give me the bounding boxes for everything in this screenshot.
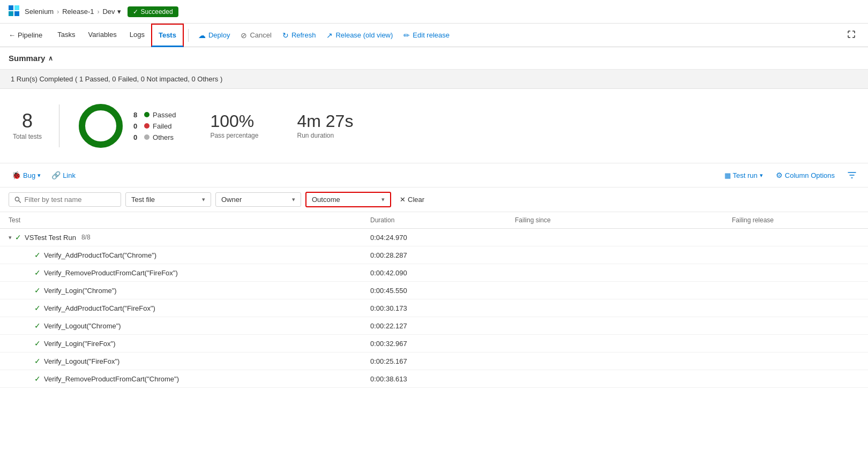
col-test: Test xyxy=(0,212,362,229)
bug-dropdown-icon: ▾ xyxy=(38,172,41,179)
donut-chart-area: 8 Passed 0 Failed 0 Others xyxy=(77,102,176,150)
back-pipeline-btn[interactable]: ← Pipeline xyxy=(9,31,47,39)
total-tests-block: 8 Total tests xyxy=(13,111,42,140)
table-row: ✓ Verify_Login("Chrome") 0:00:45.550 xyxy=(0,282,868,299)
test-check-icon: ✓ xyxy=(34,374,41,383)
svg-rect-3 xyxy=(14,11,19,16)
total-tests-label: Total tests xyxy=(13,133,42,140)
test-check-icon: ✓ xyxy=(34,357,41,365)
test-check-icon: ✓ xyxy=(34,286,41,295)
test-duration: 0:00:32.967 xyxy=(362,335,506,352)
deploy-action[interactable]: ☁ Deploy xyxy=(193,24,235,47)
test-run-dropdown[interactable]: ▦ Test run ▾ xyxy=(721,169,766,182)
failed-dot xyxy=(144,123,149,129)
table-row: ▾ ✓ VSTest Test Run 8/8 0:04:24.970 xyxy=(0,229,868,246)
info-bar: 1 Run(s) Completed ( 1 Passed, 0 Failed,… xyxy=(0,70,868,89)
tab-tasks[interactable]: Tasks xyxy=(51,24,81,47)
nav-separator xyxy=(188,29,189,42)
table-row: ✓ Verify_Logout("Chrome") 0:00:22.127 xyxy=(0,317,868,335)
test-duration: 0:00:38.613 xyxy=(362,370,506,388)
tab-variables[interactable]: Variables xyxy=(82,24,123,47)
table-row: ✓ Verify_Logout("FireFox") 0:00:25.167 xyxy=(0,352,868,370)
filter-by-name-input[interactable] xyxy=(25,196,115,204)
link-button[interactable]: 🔗 Link xyxy=(48,169,79,182)
table-row: ✓ Verify_RemoveProductFromCart("FireFox"… xyxy=(0,264,868,282)
filter-icon xyxy=(848,171,856,179)
test-file-chevron-icon: ▾ xyxy=(202,196,205,203)
succeeded-badge: ✓ Succeeded xyxy=(128,6,178,17)
test-duration: 0:00:45.550 xyxy=(362,282,506,299)
toolbar-left: 🐞 Bug ▾ 🔗 Link xyxy=(9,169,717,182)
test-run-chevron-icon: ▾ xyxy=(760,172,763,179)
table-row: ✓ Verify_RemoveProductFromCart("Chrome")… xyxy=(0,370,868,388)
edit-icon: ✏ xyxy=(403,31,410,40)
breadcrumb-selenium[interactable]: Selenium xyxy=(25,7,54,16)
test-check-icon: ✓ xyxy=(34,339,41,348)
owner-select[interactable]: Owner ▾ xyxy=(215,192,301,207)
table-row: ✓ Verify_Login("FireFox") 0:00:32.967 xyxy=(0,335,868,352)
legend-failed: 0 Failed xyxy=(133,122,176,130)
toolbar: 🐞 Bug ▾ 🔗 Link ▦ Test run ▾ ⚙ Column Opt… xyxy=(0,163,868,187)
release-old-view-action[interactable]: ↗ Release (old view) xyxy=(321,24,398,47)
outcome-select[interactable]: Outcome ▾ xyxy=(305,192,391,207)
test-name-cell: ✓ Verify_Logout("Chrome") xyxy=(9,321,353,330)
refresh-action[interactable]: ↻ Refresh xyxy=(277,24,321,47)
expand-button[interactable] xyxy=(843,28,859,42)
back-arrow-icon: ← xyxy=(9,31,16,39)
test-results-table: Test Duration Failing since Failing rele… xyxy=(0,212,868,388)
test-run-icon: ▦ xyxy=(724,171,731,179)
svg-line-7 xyxy=(19,200,21,202)
clear-button[interactable]: ✕ Clear xyxy=(395,193,429,206)
test-name-cell: ✓ Verify_AddProductToCart("Chrome") xyxy=(9,251,353,259)
legend-passed: 8 Passed xyxy=(133,111,176,119)
tab-logs[interactable]: Logs xyxy=(123,24,151,47)
group-check-icon: ✓ xyxy=(15,233,21,242)
test-check-icon: ✓ xyxy=(34,251,41,259)
refresh-icon: ↻ xyxy=(282,31,289,40)
filters-row: Test file ▾ Owner ▾ Outcome ▾ ✕ Clear xyxy=(0,187,868,212)
filter-by-name-container xyxy=(9,192,121,207)
group-failing-since xyxy=(506,229,723,246)
total-tests-count: 8 xyxy=(13,111,42,131)
test-file-select[interactable]: Test file ▾ xyxy=(125,192,211,207)
test-name-cell: ✓ Verify_Logout("FireFox") xyxy=(9,357,353,365)
stats-divider xyxy=(59,104,59,147)
col-failing-release: Failing release xyxy=(723,212,868,229)
checkmark-icon: ✓ xyxy=(133,8,138,16)
expand-group-icon[interactable]: ▾ xyxy=(9,234,12,241)
bug-icon: 🐞 xyxy=(12,171,21,179)
breadcrumb-bar: Selenium › Release-1 › Dev ▾ ✓ Succeeded xyxy=(0,0,868,24)
run-duration-block: 4m 27s Run duration xyxy=(297,112,353,139)
cancel-action[interactable]: ⊘ Cancel xyxy=(235,24,276,47)
breadcrumb-release[interactable]: Release-1 xyxy=(62,7,94,16)
cloud-icon: ☁ xyxy=(198,31,206,40)
search-icon xyxy=(14,196,21,204)
test-name-cell: ✓ Verify_Login("Chrome") xyxy=(9,286,353,295)
summary-collapse-btn[interactable]: ∧ xyxy=(48,55,53,62)
pass-percentage-label: Pass percentage xyxy=(210,132,258,139)
svg-rect-0 xyxy=(9,5,13,10)
summary-header: Summary ∧ xyxy=(0,47,868,70)
bug-button[interactable]: 🐞 Bug ▾ xyxy=(9,169,44,182)
test-duration: 0:00:22.127 xyxy=(362,317,506,335)
col-failing-since: Failing since xyxy=(506,212,723,229)
nav-bar: ← Pipeline Tasks Variables Logs Tests ☁ … xyxy=(0,24,868,47)
breadcrumb-dev-dropdown[interactable]: Dev ▾ xyxy=(102,7,121,16)
stats-section: 8 Total tests 8 Passed 0 Failed 0 xyxy=(0,89,868,163)
svg-point-6 xyxy=(15,197,19,201)
clear-x-icon: ✕ xyxy=(400,196,406,204)
others-dot xyxy=(144,134,149,140)
group-failing-release xyxy=(723,229,868,246)
test-duration: 0:00:30.173 xyxy=(362,299,506,317)
run-duration-label: Run duration xyxy=(297,132,353,139)
tab-tests[interactable]: Tests xyxy=(151,24,184,47)
pass-percentage-block: 100% Pass percentage xyxy=(210,112,258,139)
breadcrumb-sep-1: › xyxy=(57,8,59,16)
svg-rect-1 xyxy=(14,5,19,10)
chart-legend: 8 Passed 0 Failed 0 Others xyxy=(133,111,176,141)
filter-button[interactable] xyxy=(844,169,859,182)
group-duration: 0:04:24.970 xyxy=(362,229,506,246)
edit-release-action[interactable]: ✏ Edit release xyxy=(398,24,455,47)
passed-dot xyxy=(144,112,149,117)
column-options-button[interactable]: ⚙ Column Options xyxy=(773,169,838,182)
